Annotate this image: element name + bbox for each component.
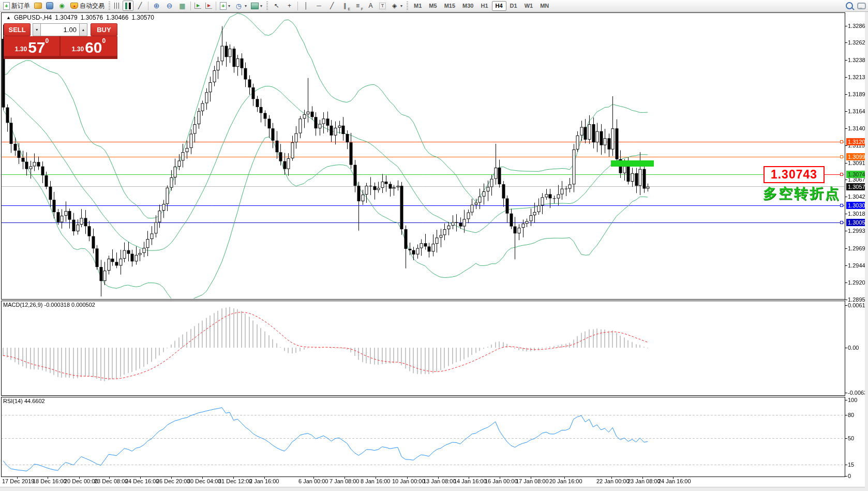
auto-trading-button[interactable]: ●自动交易 <box>68 1 107 11</box>
chart-shift-icon: ▶ <box>205 3 212 9</box>
line-chart-button[interactable]: ╱ <box>133 1 146 11</box>
new-order-label: 新订单 <box>11 2 30 10</box>
timeframe-h1-button[interactable]: H1 <box>477 1 491 11</box>
volume-decrease-button[interactable]: ▼ <box>33 23 41 36</box>
volume-input[interactable]: 1.00 <box>41 23 79 36</box>
time-tick: 26 Dec 20:00 <box>156 478 190 484</box>
timeframe-d1-button[interactable]: D1 <box>506 1 521 11</box>
timeframe-mn-button[interactable]: MN <box>536 1 552 11</box>
bid-price-point: 0 <box>46 37 49 44</box>
timeframe-m15-button[interactable]: M15 <box>441 1 459 11</box>
symbol-period-label: GBPUSD-,H4 <box>14 14 52 21</box>
bid-price-major: 1.30 <box>15 44 27 54</box>
horizontal-line-button[interactable]: ─ <box>312 1 325 11</box>
low-value: 1.30466 <box>106 14 128 21</box>
vertical-line-button[interactable]: │ <box>300 1 312 11</box>
time-tick: 31 Dec 12:00 <box>218 478 252 484</box>
search-button[interactable] <box>844 1 855 11</box>
rsi-tick: 0 <box>848 472 851 480</box>
zoom-out-button[interactable]: ⊖ <box>163 1 176 11</box>
zoom-in-button[interactable]: ⊕ <box>150 1 163 11</box>
chart-title: ▲ GBPUSD-,H4 1.30479 1.30576 1.30466 1.3… <box>6 14 154 21</box>
candle-chart-button[interactable] <box>123 1 133 11</box>
buy-button[interactable]: BUY <box>91 23 117 36</box>
text-label-button[interactable]: T <box>377 1 388 11</box>
new-order-button[interactable]: +新订单 <box>1 1 32 11</box>
toolbar-separator <box>148 2 148 10</box>
market-watch-button[interactable] <box>32 1 44 11</box>
toolbar-drag-handle <box>407 2 408 10</box>
volume-increase-button[interactable]: ▲ <box>79 23 87 36</box>
auto-trading-label: 自动交易 <box>80 2 104 10</box>
channel-icon: ∥E <box>340 2 349 10</box>
time-tick: 10 Jan 00:00 <box>392 478 425 484</box>
ask-price-point: 0 <box>102 37 106 44</box>
time-tick: 7 Jan 08:00 <box>330 478 360 484</box>
timeframe-m30-button[interactable]: M30 <box>459 1 477 11</box>
sell-button[interactable]: SELL <box>4 23 31 36</box>
tile-windows-button[interactable]: ▦ <box>176 1 189 11</box>
time-tick: 24 Jan 16:00 <box>658 478 691 484</box>
time-tick: 30 Dec 04:00 <box>187 478 221 484</box>
search-icon <box>846 2 853 9</box>
bar-chart-button[interactable] <box>112 1 123 11</box>
macd-indicator-label: MACD(12,26,9) -0.000318 0.000502 <box>3 302 95 308</box>
timeframe-h4-button[interactable]: H4 <box>492 1 506 11</box>
window-bottom-edge <box>0 487 868 491</box>
channel-button[interactable]: ∥E <box>338 1 351 11</box>
timeframe-m1-button[interactable]: M1 <box>410 1 425 11</box>
rsi-tick: 15 <box>848 461 854 468</box>
ask-price-major: 1.30 <box>72 44 84 54</box>
fibonacci-button[interactable]: ≡F <box>351 1 364 11</box>
auto-scroll-button[interactable]: ▶ <box>192 1 203 11</box>
chevron-down-icon: ▾ <box>400 4 402 8</box>
price-chart-canvas[interactable] <box>0 0 868 491</box>
crosshair-icon: + <box>285 2 294 10</box>
window-right-edge <box>865 0 868 491</box>
chart-shift-button[interactable]: ▶ <box>203 1 214 11</box>
time-tick: 2 Jan 16:00 <box>249 478 279 484</box>
periods-button[interactable]: ◷▾ <box>232 1 249 11</box>
cursor-button[interactable]: ↖ <box>270 1 283 11</box>
bar-chart-icon <box>114 3 121 9</box>
time-tick: 17 Jan 08:00 <box>516 478 549 484</box>
shapes-button[interactable]: ◈▾ <box>388 1 405 11</box>
collapse-icon[interactable]: ▲ <box>6 15 11 20</box>
vertical-line-icon: │ <box>302 2 310 10</box>
templates-button[interactable]: ▾ <box>249 1 264 11</box>
main-toolbar: +新订单◉●自动交易╱⊕⊖▦▶▶+▾◷▾▾↖+│─╱∥E≡FAT◈▾M1M5M1… <box>0 0 868 12</box>
toolbar-drag-handle <box>266 2 268 10</box>
time-tick: 6 Jan 00:00 <box>298 478 328 484</box>
time-tick: 24 Dec 16:00 <box>125 478 159 484</box>
signals-icon: ◉ <box>57 2 66 10</box>
text-icon: A <box>366 2 375 10</box>
time-tick: 20 Jan 16:00 <box>549 478 582 484</box>
chat-icon <box>857 3 866 9</box>
chevron-down-icon: ▾ <box>245 4 247 8</box>
line-chart-icon: ╱ <box>136 2 144 10</box>
time-tick: 14 Jan 16:00 <box>454 478 487 484</box>
turning-point-note: 多空转折点 <box>739 184 841 203</box>
high-value: 1.30576 <box>81 14 103 21</box>
trendline-button[interactable]: ╱ <box>325 1 338 11</box>
toolbar-separator <box>190 2 191 10</box>
text-button[interactable]: A <box>364 1 377 11</box>
timeframe-w1-button[interactable]: W1 <box>521 1 537 11</box>
data-window-button[interactable] <box>44 1 55 11</box>
timeframe-m5-button[interactable]: M5 <box>425 1 440 11</box>
indicators-button[interactable]: +▾ <box>218 1 232 11</box>
bid-price[interactable]: 1.30 57 0 <box>4 36 61 56</box>
time-tick: 16 Jan 00:00 <box>485 478 518 484</box>
toolbar-separator <box>216 2 216 10</box>
ask-price[interactable]: 1.30 60 0 <box>61 36 117 56</box>
rsi-tick: 50 <box>848 435 854 442</box>
crosshair-button[interactable]: + <box>283 1 296 11</box>
time-tick: 17 Dec 2019 <box>2 478 34 484</box>
toolbar-drag-handle <box>109 2 110 10</box>
one-click-trading-panel: SELL ▼ 1.00 ▲ BUY 1.30 57 0 1.30 60 0 <box>4 23 117 59</box>
candle-chart-icon <box>125 3 131 9</box>
signals-button[interactable]: ◉ <box>55 1 68 11</box>
chat-button[interactable] <box>855 1 868 11</box>
price-callout-box: 1.30743 <box>764 166 825 183</box>
rsi-tick: 80 <box>848 411 854 419</box>
